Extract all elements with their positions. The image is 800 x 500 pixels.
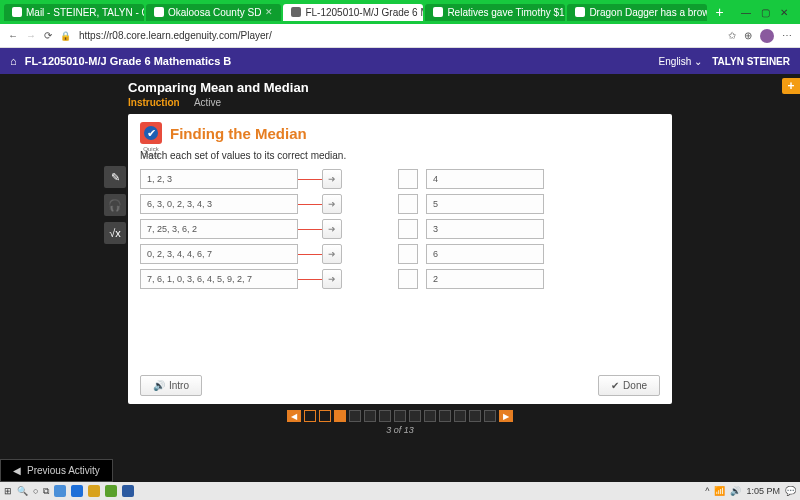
pager-page-5[interactable] <box>364 410 376 422</box>
previous-activity-button[interactable]: ◀ Previous Activity <box>0 459 113 482</box>
tab-edgenuity[interactable]: FL-1205010-M/J Grade 6 Mathe✕ <box>283 4 423 21</box>
app-icon[interactable] <box>71 485 83 497</box>
value-set[interactable]: 7, 25, 3, 6, 2 <box>140 219 298 239</box>
pager-page-8[interactable] <box>409 410 421 422</box>
minimize-icon[interactable]: — <box>741 7 751 18</box>
arrow-button[interactable]: ➜ <box>322 194 342 214</box>
drop-target[interactable] <box>398 244 418 264</box>
pager-next[interactable]: ▶ <box>499 410 513 422</box>
clock[interactable]: 1:05 PM <box>746 486 780 496</box>
url-field[interactable]: https://r08.core.learn.edgenuity.com/Pla… <box>79 30 720 41</box>
answer-box[interactable]: 6 <box>426 244 544 264</box>
activity-card: Quick Check Finding the Median Match eac… <box>128 114 672 404</box>
tab-instruction[interactable]: Instruction <box>128 97 180 108</box>
window-close-icon[interactable]: ✕ <box>780 7 788 18</box>
answer-box[interactable]: 3 <box>426 219 544 239</box>
pager-page-2[interactable] <box>319 410 331 422</box>
drop-target[interactable] <box>398 269 418 289</box>
home-icon[interactable]: ⌂ <box>10 55 17 67</box>
pager-page-11[interactable] <box>454 410 466 422</box>
drop-target[interactable] <box>398 194 418 214</box>
app-icon[interactable] <box>122 485 134 497</box>
answer-box[interactable]: 4 <box>426 169 544 189</box>
back-icon[interactable]: ← <box>8 30 18 41</box>
match-row: 1, 2, 3➜4 <box>140 169 660 189</box>
tab-icon <box>12 7 22 17</box>
arrow-button[interactable]: ➜ <box>322 269 342 289</box>
quick-check-label: Quick Check <box>140 146 162 158</box>
collections-icon[interactable]: ⊕ <box>744 30 752 41</box>
arrow-button[interactable]: ➜ <box>322 169 342 189</box>
app-icon[interactable] <box>105 485 117 497</box>
pager-prev[interactable]: ◀ <box>287 410 301 422</box>
notifications-icon[interactable]: 💬 <box>785 486 796 496</box>
course-bar: ⌂ FL-1205010-M/J Grade 6 Mathematics B E… <box>0 48 800 74</box>
value-set[interactable]: 1, 2, 3 <box>140 169 298 189</box>
tray-up-icon[interactable]: ^ <box>705 486 709 496</box>
address-bar: ← → ⟳ 🔒 https://r08.core.learn.edgenuity… <box>0 24 800 48</box>
pager-page-4[interactable] <box>349 410 361 422</box>
value-set[interactable]: 7, 6, 1, 0, 3, 6, 4, 5, 9, 2, 7 <box>140 269 298 289</box>
tab-icon <box>575 7 585 17</box>
pager-page-6[interactable] <box>379 410 391 422</box>
tab-dragon[interactable]: Dragon Dagger has a brown s✕ <box>567 4 707 21</box>
value-set[interactable]: 6, 3, 0, 2, 3, 4, 3 <box>140 194 298 214</box>
language-selector[interactable]: English ⌄ <box>659 56 703 67</box>
lesson-title: Comparing Mean and Median <box>128 80 800 95</box>
pager-page-7[interactable] <box>394 410 406 422</box>
tab-icon <box>154 7 164 17</box>
user-name[interactable]: TALYN STEINER <box>712 56 790 67</box>
match-row: 6, 3, 0, 2, 3, 4, 3➜5 <box>140 194 660 214</box>
toolbar: ✎ 🎧 √x <box>104 166 126 244</box>
cortana-icon[interactable]: ○ <box>33 486 38 496</box>
forward-icon[interactable]: → <box>26 30 36 41</box>
pager-page-1[interactable] <box>304 410 316 422</box>
app-icon[interactable] <box>88 485 100 497</box>
drop-target[interactable] <box>398 169 418 189</box>
pager-page-10[interactable] <box>439 410 451 422</box>
answer-box[interactable]: 2 <box>426 269 544 289</box>
refresh-icon[interactable]: ⟳ <box>44 30 52 41</box>
taskbar: ⊞ 🔍 ○ ⧉ ^ 📶 🔊 1:05 PM 💬 <box>0 482 800 500</box>
value-set[interactable]: 0, 2, 3, 4, 4, 6, 7 <box>140 244 298 264</box>
calculator-icon[interactable]: √x <box>104 222 126 244</box>
add-button[interactable]: + <box>782 78 800 94</box>
pencil-icon[interactable]: ✎ <box>104 166 126 188</box>
close-icon[interactable]: ✕ <box>265 7 273 17</box>
match-row: 7, 6, 1, 0, 3, 6, 4, 5, 9, 2, 7➜2 <box>140 269 660 289</box>
app-icon[interactable] <box>54 485 66 497</box>
favorite-icon[interactable]: ✩ <box>728 30 736 41</box>
taskview-icon[interactable]: ⧉ <box>43 486 49 497</box>
pager-page-13[interactable] <box>484 410 496 422</box>
volume-icon[interactable]: 🔊 <box>730 486 741 496</box>
avatar[interactable] <box>760 29 774 43</box>
arrow-button[interactable]: ➜ <box>322 244 342 264</box>
answer-box[interactable]: 5 <box>426 194 544 214</box>
pager-text: 3 of 13 <box>0 425 800 435</box>
start-icon[interactable]: ⊞ <box>4 486 12 496</box>
pager-page-3[interactable] <box>334 410 346 422</box>
tab-icon <box>291 7 301 17</box>
tab-active[interactable]: Active <box>194 97 221 108</box>
arrow-button[interactable]: ➜ <box>322 219 342 239</box>
done-button[interactable]: ✔Done <box>598 375 660 396</box>
pager-page-12[interactable] <box>469 410 481 422</box>
check-icon: ✔ <box>611 380 619 391</box>
match-rows: 1, 2, 3➜4 6, 3, 0, 2, 3, 4, 3➜5 7, 25, 3… <box>140 169 660 289</box>
pager-page-9[interactable] <box>424 410 436 422</box>
headphones-icon[interactable]: 🎧 <box>104 194 126 216</box>
tab-mail[interactable]: Mail - STEINER, TALYN - Outlook✕ <box>4 4 144 21</box>
tab-relatives[interactable]: Relatives gave Timothy $15, $5✕ <box>425 4 565 21</box>
quick-check-icon <box>140 122 162 144</box>
maximize-icon[interactable]: ▢ <box>761 7 770 18</box>
wifi-icon[interactable]: 📶 <box>714 486 725 496</box>
activity-title: Finding the Median <box>170 125 307 142</box>
new-tab-button[interactable]: + <box>709 4 729 20</box>
menu-icon[interactable]: ⋯ <box>782 30 792 41</box>
drop-target[interactable] <box>398 219 418 239</box>
chevron-left-icon: ◀ <box>13 465 21 476</box>
tab-okaloosa[interactable]: Okaloosa County SD✕ <box>146 4 281 21</box>
search-icon[interactable]: 🔍 <box>17 486 28 496</box>
intro-button[interactable]: 🔊Intro <box>140 375 202 396</box>
tab-icon <box>433 7 443 17</box>
